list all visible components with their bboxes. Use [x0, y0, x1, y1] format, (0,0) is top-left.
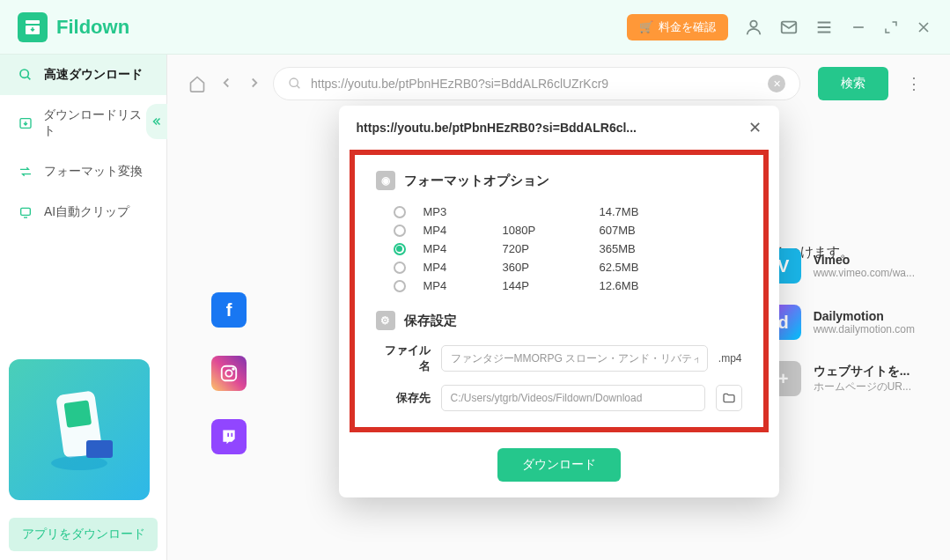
app-download-button[interactable]: アプリをダウンロード: [9, 518, 158, 551]
minimize-icon[interactable]: [850, 18, 867, 36]
savepath-input[interactable]: [441, 385, 705, 411]
svg-rect-6: [21, 208, 31, 215]
format-type: MP4: [423, 279, 503, 292]
sidebar: 高速ダウンロード ダウンロードリスト フォーマット変換 AI自動クリップ アプリ…: [0, 55, 167, 560]
file-ext: .mp4: [718, 352, 742, 365]
app-name: Fildown: [56, 16, 129, 39]
svg-point-4: [20, 70, 28, 77]
format-option-row[interactable]: MP4 144P 12.6MB: [376, 276, 742, 295]
ai-icon: [18, 204, 33, 220]
filename-label: ファイル名: [376, 343, 431, 374]
download-options-modal: https://youtu.be/ptPbnHEzRB0?si=BddALR6c…: [339, 106, 779, 497]
format-type: MP4: [423, 242, 503, 255]
browse-folder-button[interactable]: [716, 385, 742, 411]
format-option-row[interactable]: MP3 14.7MB: [376, 203, 742, 221]
main-content: ✕ 検索 ⋮ ！つけます。 f V Vimeowww.vimeo.com/wa.…: [167, 55, 950, 560]
radio-button[interactable]: [394, 225, 406, 237]
sidebar-item-label: 高速ダウンロード: [44, 67, 143, 83]
format-type: MP4: [423, 261, 503, 274]
radio-button[interactable]: [394, 262, 406, 274]
app-logo: Fildown: [18, 12, 129, 42]
promo-graphic: [9, 359, 150, 500]
user-icon[interactable]: [744, 18, 763, 37]
format-type: MP4: [423, 224, 503, 237]
format-size: 12.6MB: [600, 279, 639, 292]
format-option-row[interactable]: MP4 360P 62.5MB: [376, 258, 742, 276]
format-resolution: 1080P: [503, 224, 600, 237]
modal-title: https://youtu.be/ptPbnHEzRB0?si=BddALR6c…: [357, 121, 637, 135]
sidebar-item-label: ダウンロードリスト: [43, 107, 149, 139]
modal-overlay: https://youtu.be/ptPbnHEzRB0?si=BddALR6c…: [167, 55, 950, 560]
fee-label: 料金を確認: [659, 19, 716, 35]
svg-rect-0: [26, 20, 40, 24]
format-size: 607MB: [600, 224, 636, 237]
close-icon[interactable]: [915, 18, 932, 36]
format-type: MP3: [423, 205, 503, 218]
format-size: 14.7MB: [600, 205, 639, 218]
menu-icon[interactable]: [814, 18, 834, 37]
svg-point-9: [51, 456, 107, 470]
maximize-icon[interactable]: [883, 19, 899, 35]
radio-button[interactable]: [394, 206, 406, 218]
format-option-row[interactable]: MP4 1080P 607MB: [376, 221, 742, 239]
sidebar-item-format-convert[interactable]: フォーマット変換: [0, 151, 166, 192]
titlebar: Fildown 🛒 料金を確認: [0, 0, 950, 55]
format-size: 365MB: [600, 242, 636, 255]
sidebar-item-label: フォーマット変換: [44, 164, 143, 180]
convert-icon: [18, 164, 33, 180]
promo-area: [0, 350, 166, 509]
format-resolution: 720P: [503, 242, 600, 255]
disc-icon: ◉: [376, 171, 395, 190]
fee-confirm-button[interactable]: 🛒 料金を確認: [627, 14, 728, 41]
modal-close-icon[interactable]: ✕: [748, 118, 762, 137]
logo-icon: [18, 12, 48, 42]
gear-icon: ⚙: [376, 311, 395, 330]
svg-rect-8: [64, 400, 92, 428]
filename-input[interactable]: [441, 345, 708, 372]
format-size: 62.5MB: [600, 261, 639, 274]
sidebar-item-label: AI自動クリップ: [44, 204, 129, 220]
savepath-label: 保存先: [376, 390, 431, 406]
mail-icon[interactable]: [779, 18, 799, 37]
format-section-title: ◉ フォーマットオプション: [376, 171, 742, 190]
svg-point-2: [750, 20, 756, 26]
save-section-title: ⚙ 保存設定: [376, 311, 742, 330]
sidebar-item-fast-download[interactable]: 高速ダウンロード: [0, 55, 166, 95]
cart-icon: 🛒: [639, 20, 653, 33]
download-button[interactable]: ダウンロード: [497, 448, 621, 482]
format-resolution: 144P: [503, 279, 600, 292]
radio-button[interactable]: [394, 243, 406, 255]
list-icon: [18, 115, 33, 131]
format-option-row[interactable]: MP4 720P 365MB: [376, 239, 742, 258]
search-icon: [18, 67, 33, 83]
collapse-sidebar-button[interactable]: [146, 104, 167, 139]
format-resolution: 360P: [503, 261, 600, 274]
svg-rect-10: [86, 440, 113, 458]
sidebar-item-ai-clip[interactable]: AI自動クリップ: [0, 192, 166, 232]
radio-button[interactable]: [394, 280, 406, 292]
sidebar-item-download-list[interactable]: ダウンロードリスト: [0, 95, 166, 151]
